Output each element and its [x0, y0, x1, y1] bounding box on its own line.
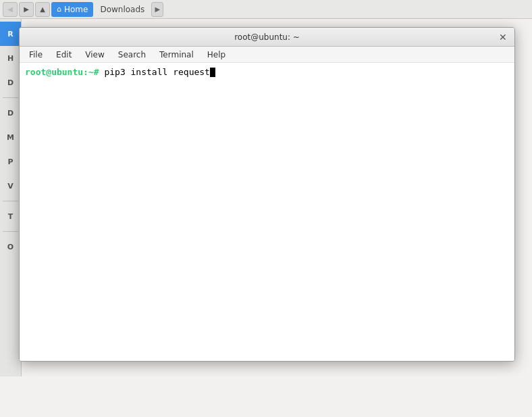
terminal-close-button[interactable]: ✕	[497, 31, 509, 43]
sidebar-item-r[interactable]: R	[0, 22, 21, 46]
menu-view[interactable]: View	[80, 49, 109, 61]
terminal-cursor	[210, 68, 215, 77]
prompt-user: root@ubuntu	[25, 67, 83, 77]
terminal-prompt-line: root@ubuntu:~# pip3 install request	[25, 67, 509, 77]
sidebar-item-p[interactable]: P	[0, 149, 21, 174]
downloads-label: Downloads	[100, 5, 144, 14]
menu-help[interactable]: Help	[202, 49, 231, 61]
sidebar-item-d2[interactable]: D	[0, 101, 21, 125]
menu-edit[interactable]: Edit	[51, 49, 77, 61]
prompt-command: pip3 install request	[99, 67, 210, 77]
terminal-title: root@ubuntu: ~	[234, 32, 300, 42]
forward-button[interactable]: ▶	[19, 2, 34, 17]
fm-topbar: ◀ ▶ ▲ ⌂ Home Downloads ▶	[0, 0, 532, 19]
home-icon: ⌂	[57, 5, 61, 14]
downloads-tab[interactable]: Downloads	[95, 2, 150, 17]
terminal-titlebar: root@ubuntu: ~ ✕	[20, 28, 514, 47]
sidebar-item-m[interactable]: M	[0, 125, 21, 149]
tab-arrow[interactable]: ▶	[151, 2, 163, 17]
sidebar-item-t[interactable]: T	[0, 204, 21, 228]
fm-bottom-strip	[0, 376, 532, 417]
sidebar-item-v[interactable]: V	[0, 174, 21, 198]
home-label: Home	[64, 5, 88, 14]
terminal-window: root@ubuntu: ~ ✕ File Edit View Search T…	[19, 27, 515, 362]
menu-terminal[interactable]: Terminal	[154, 49, 199, 61]
menu-search[interactable]: Search	[113, 49, 151, 61]
menu-file[interactable]: File	[24, 49, 48, 61]
terminal-content[interactable]: root@ubuntu:~# pip3 install request	[20, 63, 514, 361]
sidebar-item-o[interactable]: O	[0, 235, 21, 259]
home-tab[interactable]: ⌂ Home	[51, 2, 93, 17]
sidebar-item-h[interactable]: H	[0, 46, 21, 70]
sidebar-item-d[interactable]: D	[0, 70, 21, 95]
terminal-menubar: File Edit View Search Terminal Help	[20, 47, 514, 63]
prompt-path: :~#	[83, 67, 99, 77]
back-button[interactable]: ◀	[3, 2, 18, 17]
up-button[interactable]: ▲	[35, 2, 50, 17]
